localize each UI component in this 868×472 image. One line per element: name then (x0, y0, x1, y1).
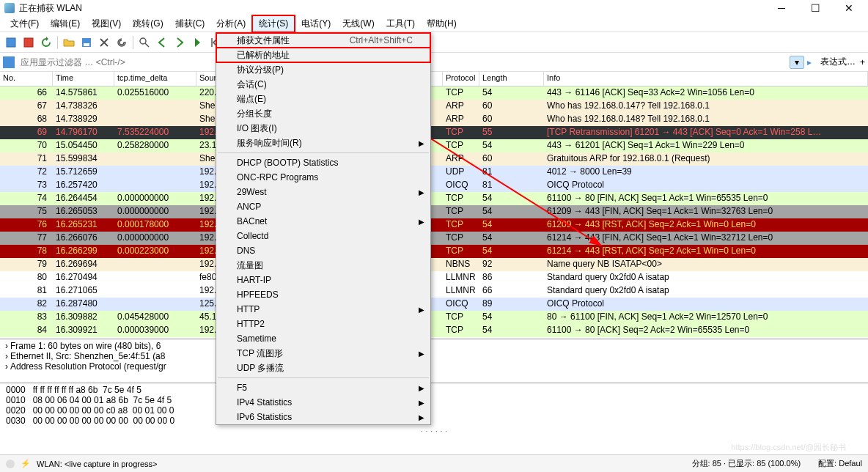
maximize-button[interactable]: ☐ (805, 1, 825, 15)
menu-item[interactable]: UDP 多播流 (216, 361, 430, 375)
packet-row[interactable]: 7316.257420192.1OICQ81OICQ Protocol (0, 179, 868, 192)
packet-row[interactable]: 7215.712659192.1UDP814012 → 8000 Len=39 (0, 166, 868, 179)
menu-item[interactable]: 已解析的地址 (216, 48, 430, 62)
stop-icon[interactable] (21, 34, 37, 51)
menu-item[interactable]: 服务响应时间(R)▶ (216, 136, 430, 150)
svg-rect-0 (7, 38, 15, 47)
reload-icon[interactable] (114, 34, 130, 51)
packet-row[interactable]: 6914.7961707.535224000192.1TCP55[TCP Ret… (0, 126, 868, 139)
packet-list[interactable]: 6614.5758610.025516000220.1TCP54443 → 61… (0, 86, 868, 339)
expression-button[interactable]: 表达式… (816, 56, 860, 68)
packet-row[interactable]: 7015.0544500.25828000023.1.TCP54443 → 61… (0, 139, 868, 152)
close-button[interactable]: ✕ (839, 1, 859, 15)
menu-分析[interactable]: 分析(A) (210, 16, 251, 32)
menu-编辑[interactable]: 编辑(E) (45, 16, 86, 32)
menu-item[interactable]: DHCP (BOOTP) Statistics (216, 155, 430, 170)
menu-电话[interactable]: 电话(Y) (295, 16, 336, 32)
packet-row[interactable]: 8316.3098820.04542800045.12TCP5480 → 611… (0, 311, 868, 324)
menu-无线[interactable]: 无线(W) (336, 16, 380, 32)
menu-item[interactable]: BACnet▶ (216, 214, 430, 229)
watermark: https://blog.csdn.net/@园长秘书 (731, 442, 846, 453)
jump-icon[interactable] (189, 34, 205, 51)
menu-item[interactable]: HTTP2 (216, 317, 430, 331)
find-icon[interactable] (136, 34, 152, 51)
toolbar (0, 32, 868, 53)
packet-row[interactable]: 7916.269694192.1NBNS92Name query NB ISAT… (0, 258, 868, 271)
packet-row[interactable]: 6714.738326ShenzARP60Who has 192.168.0.1… (0, 100, 868, 113)
menu-跳转[interactable]: 跳转(G) (127, 16, 169, 32)
menu-统计[interactable]: 统计(S) (251, 15, 295, 33)
bookmark-icon[interactable] (3, 56, 15, 68)
packet-row[interactable]: 8416.3099210.000039000192.1TCP5461100 → … (0, 324, 868, 337)
menu-帮助[interactable]: 帮助(H) (421, 16, 463, 32)
packet-row[interactable]: 7115.599834ShenzARP60Gratuitous ARP for … (0, 152, 868, 166)
menu-item[interactable]: ANCP (216, 199, 430, 214)
add-button[interactable]: + (860, 57, 865, 67)
menu-item[interactable]: HTTP▶ (216, 302, 430, 317)
menu-item[interactable]: TCP 流图形▶ (216, 346, 430, 361)
svg-rect-1 (24, 38, 33, 47)
status-profile[interactable]: 配置: Defaul (818, 458, 862, 469)
header-info[interactable]: Info (544, 72, 868, 86)
packet-row[interactable]: 7516.2650530.000000000192.1TCP5461209 → … (0, 205, 868, 218)
header-delta[interactable]: tcp.time_delta (114, 72, 196, 86)
menu-item[interactable]: IPv6 Statistics▶ (216, 410, 430, 424)
header-time[interactable]: Time (53, 72, 114, 86)
expert-icon[interactable]: ⚡ (21, 459, 31, 468)
packet-details[interactable]: ›Frame 1: 60 bytes on wire (480 bits), 6… (0, 339, 868, 383)
close-file-icon[interactable] (96, 34, 112, 51)
filter-dropdown-button[interactable]: ▾ (790, 56, 804, 69)
titlebar: 正在捕获 WLAN ─ ☐ ✕ (0, 0, 868, 16)
menu-item[interactable]: HART-IP (216, 273, 430, 287)
menu-item[interactable]: DNS (216, 243, 430, 258)
menu-item[interactable]: F5▶ (216, 380, 430, 395)
packet-row[interactable]: 7716.2660760.000000000192.1TCP5461214 → … (0, 232, 868, 245)
minimize-button[interactable]: ─ (771, 1, 792, 15)
menu-item[interactable]: Collectd (216, 229, 430, 243)
menu-item[interactable]: ONC-RPC Programs (216, 170, 430, 185)
menu-item[interactable]: 端点(E) (216, 92, 430, 106)
packet-row[interactable]: 7416.2644540.000000000192.1TCP5461100 → … (0, 192, 868, 205)
restart-icon[interactable] (38, 34, 54, 51)
status-packets: 分组: 85 · 已显示: 85 (100.0%) (692, 458, 801, 469)
save-icon[interactable] (78, 34, 95, 51)
arrow-right-icon: ▸ (807, 57, 812, 67)
expand-icon[interactable]: › (3, 341, 10, 351)
expand-icon[interactable]: › (3, 361, 10, 372)
statistics-menu: 捕获文件属性Ctrl+Alt+Shift+C已解析的地址协议分级(P)会话(C)… (216, 32, 431, 425)
packet-row[interactable]: 8016.270494fe80:LLMNR86Standard query 0x… (0, 271, 868, 284)
packet-row[interactable]: 6814.738929ShenzARP60Who has 192.168.0.1… (0, 113, 868, 126)
menu-item[interactable]: 流量图 (216, 258, 430, 273)
header-len[interactable]: Length (479, 72, 544, 86)
menu-item[interactable]: 分组长度 (216, 106, 430, 121)
menu-item[interactable]: 会话(C) (216, 77, 430, 92)
next-icon[interactable] (172, 34, 188, 51)
menu-item[interactable]: I/O 图表(I) (216, 121, 430, 136)
svg-point-4 (140, 38, 146, 44)
packet-row[interactable]: 8516.681447fe80:LLMNR86Standard query 0x… (0, 337, 868, 339)
menu-item[interactable]: 捕获文件属性Ctrl+Alt+Shift+C (216, 33, 430, 48)
menu-捕获[interactable]: 捕获(C) (169, 16, 211, 32)
open-icon[interactable] (61, 34, 77, 51)
prev-icon[interactable] (154, 34, 170, 51)
packet-row[interactable]: 6614.5758610.025516000220.1TCP54443 → 61… (0, 86, 868, 100)
packet-row[interactable]: 7616.2652310.000178000192.1TCP5461209 → … (0, 218, 868, 232)
menu-item[interactable]: Sametime (216, 331, 430, 346)
menu-工具[interactable]: 工具(T) (380, 16, 421, 32)
packet-row[interactable]: 8216.287480125.3OICQ89OICQ Protocol (0, 298, 868, 311)
header-proto[interactable]: Protocol (443, 72, 479, 86)
menu-文件[interactable]: 文件(F) (4, 16, 45, 32)
menu-item[interactable]: HPFEEDS (216, 287, 430, 302)
dots: · · · · · · (6, 426, 862, 436)
menu-item[interactable]: 29West▶ (216, 185, 430, 199)
menu-item[interactable]: 协议分级(P) (216, 62, 430, 77)
statusbar: ⚡ WLAN: <live capture in progress> 分组: 8… (0, 454, 868, 472)
packet-row[interactable]: 8116.271065192.1LLMNR66Standard query 0x… (0, 284, 868, 298)
packet-bytes[interactable]: 0000 ff ff ff ff ff ff a8 6b 7c 5e 4f 5 … (0, 383, 868, 440)
capture-options-icon[interactable] (3, 34, 19, 51)
expand-icon[interactable]: › (3, 351, 10, 361)
menu-视图[interactable]: 视图(V) (86, 16, 127, 32)
menu-item[interactable]: IPv4 Statistics▶ (216, 395, 430, 410)
packet-row[interactable]: 7816.2662990.000223000192.1TCP5461214 → … (0, 245, 868, 258)
header-no[interactable]: No. (0, 72, 53, 86)
